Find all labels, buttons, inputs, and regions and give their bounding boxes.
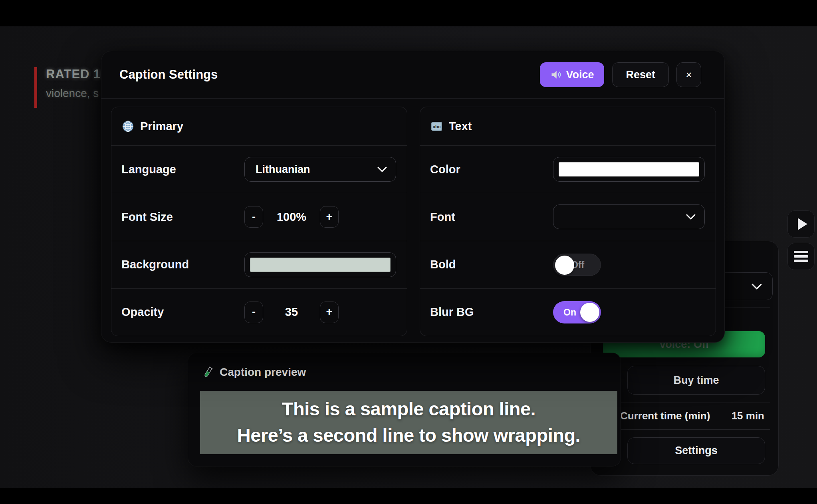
caption-preview-title: Caption preview	[220, 366, 306, 379]
language-row: Language Lithuanian	[111, 146, 407, 193]
opacity-row: Opacity - 35 +	[111, 288, 407, 336]
toggle-knob	[580, 303, 599, 322]
content-rating-badge: RATED 16 violence, s	[34, 67, 108, 108]
primary-card-header: Primary	[111, 107, 407, 146]
text-color-swatch	[559, 162, 699, 177]
opacity-increase-button[interactable]: +	[320, 302, 339, 323]
font-select[interactable]	[553, 204, 705, 229]
font-size-increase-button[interactable]: +	[320, 206, 339, 228]
background-color-picker[interactable]	[244, 252, 396, 277]
text-card: abc Text Color Font Bold	[420, 107, 716, 336]
font-size-row: Font Size - 100% +	[111, 193, 407, 240]
speaker-icon	[550, 69, 561, 80]
text-color-picker[interactable]	[553, 157, 705, 182]
rating-red-bar	[34, 67, 37, 108]
globe-icon	[121, 120, 135, 133]
chevron-down-icon	[752, 284, 762, 290]
abc-icon: abc	[430, 120, 443, 133]
caption-settings-dialog: Caption Settings Voice Reset × Primary	[101, 51, 725, 343]
font-size-label: Font Size	[121, 210, 244, 224]
reset-button[interactable]: Reset	[612, 62, 669, 87]
dialog-body: Primary Language Lithuanian Font Size - …	[101, 99, 724, 336]
blur-bg-label: Blur BG	[430, 306, 553, 319]
current-time-value: 15 min	[732, 410, 764, 422]
toggle-knob	[555, 256, 574, 275]
chevron-down-icon	[377, 167, 387, 172]
font-label: Font	[430, 210, 553, 224]
chevron-down-icon	[686, 214, 696, 220]
close-icon: ×	[686, 69, 692, 81]
language-select[interactable]: Lithuanian	[244, 157, 396, 182]
text-card-header: abc Text	[420, 107, 716, 146]
background-row: Background	[111, 241, 407, 288]
dialog-header: Caption Settings Voice Reset ×	[101, 51, 724, 99]
language-label: Language	[121, 163, 244, 176]
text-card-title: Text	[449, 120, 472, 133]
bold-row: Bold Off	[420, 241, 716, 288]
buy-time-button[interactable]: Buy time	[627, 366, 765, 395]
voice-button-label: Voice	[566, 69, 594, 81]
opacity-value: 35	[263, 306, 320, 319]
color-label: Color	[430, 163, 553, 176]
svg-text:abc: abc	[433, 124, 441, 129]
close-button[interactable]: ×	[676, 62, 701, 87]
divider	[599, 429, 770, 430]
color-row: Color	[420, 146, 716, 193]
menu-button[interactable]	[787, 243, 815, 270]
bold-toggle[interactable]: Off	[553, 254, 601, 276]
font-size-decrease-button[interactable]: -	[244, 206, 263, 228]
caption-line-1: This is a sample caption line.	[200, 396, 617, 422]
opacity-stepper: - 35 +	[244, 302, 339, 323]
bottom-letterbox-bar	[0, 488, 817, 504]
blur-bg-toggle-state: On	[563, 307, 576, 317]
bold-label: Bold	[430, 258, 553, 271]
primary-card-title: Primary	[140, 120, 183, 133]
dialog-title: Caption Settings	[119, 67, 540, 82]
top-letterbox-bar	[0, 0, 817, 26]
caption-line-2: Here’s a second line to show wrapping.	[200, 422, 617, 448]
primary-card: Primary Language Lithuanian Font Size - …	[111, 107, 407, 336]
background-label: Background	[121, 258, 244, 271]
hamburger-icon	[794, 251, 808, 262]
opacity-label: Opacity	[121, 306, 244, 319]
font-size-value: 100%	[263, 210, 320, 224]
current-time-label: Current time (min)	[620, 410, 710, 422]
blur-bg-toggle[interactable]: On	[553, 301, 601, 323]
rating-title: RATED 16	[46, 67, 108, 81]
settings-button[interactable]: Settings	[627, 437, 765, 464]
caption-preview-panel: Caption preview This is a sample caption…	[188, 353, 621, 466]
caption-sample-box: This is a sample caption line. Here’s a …	[200, 391, 617, 454]
language-value: Lithuanian	[256, 163, 377, 176]
font-size-stepper: - 100% +	[244, 206, 339, 228]
blur-bg-row: Blur BG On	[420, 288, 716, 336]
test-tube-icon	[202, 366, 214, 378]
rating-subtitle: violence, s	[46, 87, 108, 100]
caption-preview-header: Caption preview	[188, 353, 621, 391]
background-color-swatch	[250, 258, 391, 272]
play-button[interactable]	[787, 210, 815, 238]
voice-button[interactable]: Voice	[540, 62, 604, 87]
play-icon	[798, 218, 807, 230]
opacity-decrease-button[interactable]: -	[244, 302, 263, 323]
font-row: Font	[420, 193, 716, 240]
